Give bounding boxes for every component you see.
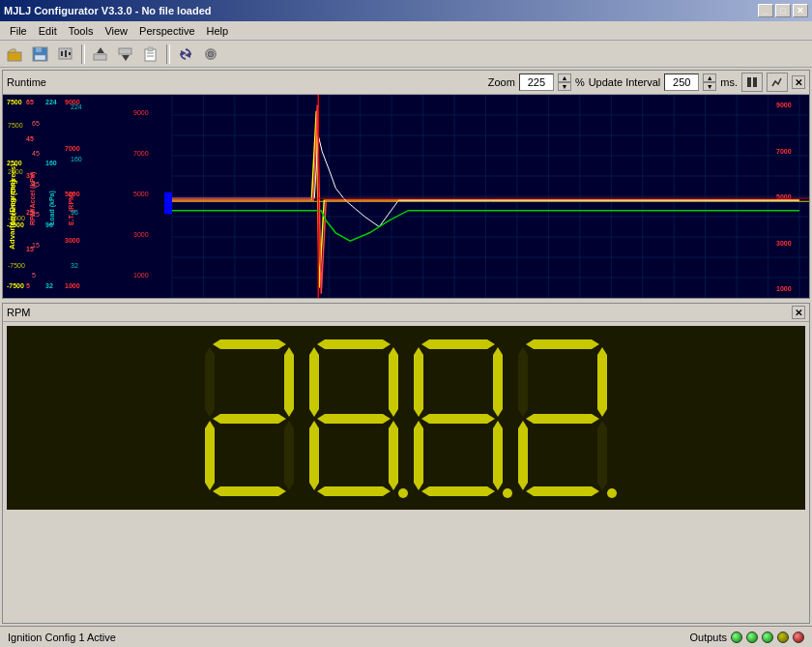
seg-g-1 (213, 414, 286, 424)
seg-g-3 (421, 414, 495, 424)
led-3 (762, 632, 773, 643)
seg-f-1 (205, 347, 215, 417)
pause-button[interactable] (741, 73, 763, 92)
seg-c-4 (597, 421, 607, 490)
led-2 (746, 632, 758, 643)
svg-marker-10 (97, 47, 104, 53)
toolbar (0, 41, 812, 68)
rpm-close[interactable]: ✕ (792, 306, 805, 319)
runtime-title: Runtime (7, 76, 46, 88)
svg-rect-4 (35, 55, 45, 60)
status-text: Ignition Config 1 Active (8, 632, 116, 643)
seg-e-1 (205, 421, 215, 490)
menu-file[interactable]: File (4, 23, 33, 39)
window-title: MJLJ Configurator V3.3.0 - No file loade… (4, 5, 212, 16)
rpm-header: RPM ✕ (3, 304, 809, 322)
toolbar-separator-1 (81, 44, 85, 64)
seg-b-4 (597, 347, 607, 417)
zoom-down[interactable]: ▼ (558, 82, 571, 91)
outputs-label: Outputs (689, 632, 727, 643)
chart-area (3, 95, 809, 298)
download-button[interactable] (114, 44, 137, 65)
rpm-digit-4 (514, 336, 611, 500)
settings-button[interactable] (199, 44, 222, 65)
rpm-title: RPM (7, 307, 30, 318)
seg-d-2 (317, 486, 391, 496)
runtime-chart (3, 95, 809, 298)
seg-c-3 (493, 421, 503, 490)
seg-f-3 (414, 347, 423, 417)
zoom-unit: % (575, 76, 585, 88)
seg-b-2 (389, 347, 398, 417)
zoom-input[interactable] (519, 74, 554, 91)
runtime-controls: Zoom ▲ ▼ % Update Interval ▲ ▼ ms. (488, 73, 805, 92)
minimize-button[interactable]: _ (758, 4, 773, 17)
seg-f-2 (309, 347, 319, 417)
svg-rect-11 (119, 48, 131, 54)
rpm-digit-1 (201, 336, 298, 500)
open-button[interactable] (4, 44, 27, 65)
runtime-header: Runtime Zoom ▲ ▼ % Update Interval ▲ ▼ m… (3, 71, 809, 95)
status-outputs: Outputs (689, 632, 804, 643)
menu-tools[interactable]: Tools (63, 23, 100, 39)
menu-bar: File Edit Tools View Perspective Help (0, 21, 812, 41)
rpm-digit-2 (305, 336, 402, 500)
svg-point-19 (208, 51, 214, 57)
tool-button[interactable] (54, 44, 77, 65)
svg-rect-22 (753, 77, 757, 87)
seg-d-4 (526, 486, 599, 496)
led-5 (793, 632, 804, 643)
svg-rect-3 (36, 47, 42, 52)
menu-perspective[interactable]: Perspective (133, 23, 200, 39)
seg-d-3 (421, 486, 495, 496)
svg-marker-12 (122, 55, 130, 61)
rpm-display (7, 326, 805, 510)
svg-rect-9 (94, 54, 106, 60)
update-up[interactable]: ▲ (703, 74, 716, 82)
menu-help[interactable]: Help (201, 23, 235, 39)
clipboard-button[interactable] (139, 44, 162, 65)
save-button[interactable] (29, 44, 52, 65)
upload-button[interactable] (89, 44, 112, 65)
seg-b-3 (493, 347, 503, 417)
seg-e-2 (309, 421, 319, 490)
dot-3 (503, 488, 512, 498)
led-4 (777, 632, 789, 643)
chart-button[interactable] (767, 73, 788, 92)
title-bar: MJLJ Configurator V3.3.0 - No file loade… (0, 0, 812, 21)
update-spinner: ▲ ▼ (703, 74, 716, 91)
menu-view[interactable]: View (99, 23, 133, 39)
dot-4 (607, 488, 617, 498)
runtime-close[interactable]: ✕ (792, 75, 805, 89)
maximize-button[interactable]: □ (775, 4, 791, 17)
rpm-panel: RPM ✕ (2, 303, 810, 624)
seg-e-3 (414, 421, 423, 490)
svg-rect-14 (148, 47, 153, 51)
toolbar-separator-2 (166, 44, 170, 64)
seg-c-2 (389, 421, 398, 490)
seg-a-3 (421, 339, 495, 349)
seg-a-1 (213, 339, 286, 349)
rpm-digit-3 (410, 336, 507, 500)
seg-e-4 (518, 421, 528, 490)
status-bar: Ignition Config 1 Active Outputs (0, 626, 812, 647)
dot-2 (398, 488, 408, 498)
update-unit: ms. (720, 76, 738, 88)
seg-b-1 (284, 347, 294, 417)
refresh-button[interactable] (174, 44, 197, 65)
zoom-up[interactable]: ▲ (558, 74, 571, 82)
svg-rect-21 (747, 77, 751, 87)
zoom-label: Zoom (488, 76, 515, 88)
runtime-panel: Runtime Zoom ▲ ▼ % Update Interval ▲ ▼ m… (2, 70, 810, 299)
seg-f-4 (518, 347, 528, 417)
update-down[interactable]: ▼ (703, 82, 716, 91)
zoom-spinner: ▲ ▼ (558, 74, 571, 91)
update-input[interactable] (664, 74, 699, 91)
led-1 (731, 632, 742, 643)
menu-edit[interactable]: Edit (33, 23, 63, 39)
seg-d-1 (213, 486, 286, 496)
main-area: Runtime Zoom ▲ ▼ % Update Interval ▲ ▼ m… (0, 68, 812, 626)
seg-a-2 (317, 339, 391, 349)
close-button[interactable]: ✕ (793, 4, 808, 17)
seg-c-1 (284, 421, 294, 490)
